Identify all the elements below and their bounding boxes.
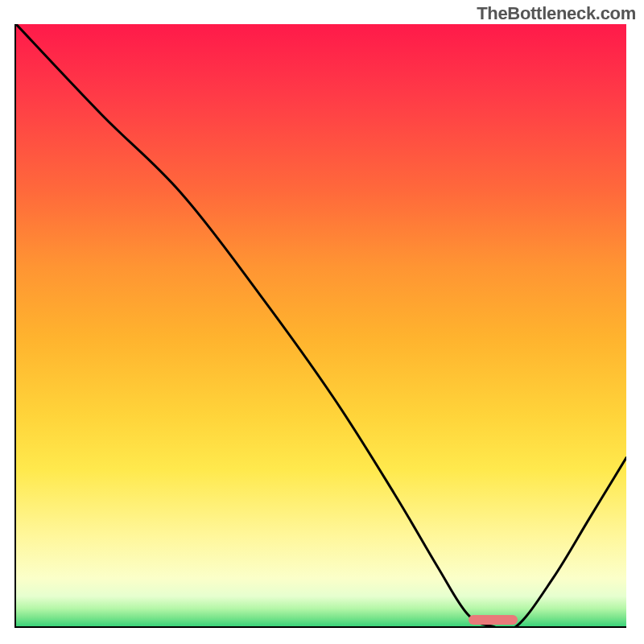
plot-area — [14, 24, 626, 628]
bottleneck-curve-path — [16, 24, 626, 626]
optimal-marker — [469, 615, 518, 625]
chart-frame: TheBottleneck.com — [0, 0, 644, 644]
curve-svg — [16, 24, 626, 626]
watermark-label: TheBottleneck.com — [477, 3, 636, 24]
